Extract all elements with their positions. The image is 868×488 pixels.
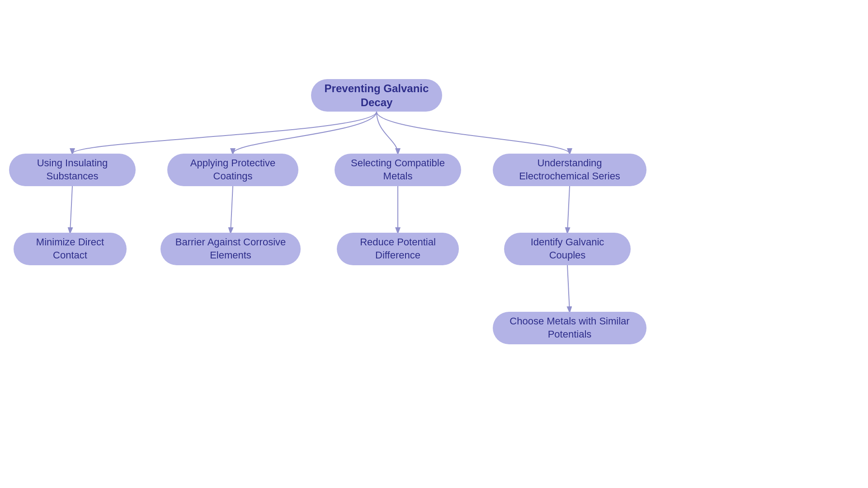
node-reduce-potential: Reduce Potential Difference	[337, 233, 459, 265]
node-choose-metals: Choose Metals with Similar Potentials	[493, 312, 646, 344]
node-understanding-electrochemical: Understanding Electrochemical Series	[493, 154, 646, 186]
node-applying-protective: Applying Protective Coatings	[167, 154, 298, 186]
svg-line-3	[567, 186, 570, 233]
node-selecting-compatible: Selecting Compatible Metals	[335, 154, 461, 186]
node-minimize-contact: Minimize Direct Contact	[14, 233, 127, 265]
svg-line-4	[567, 265, 570, 312]
node-barrier-corrosive: Barrier Against Corrosive Elements	[160, 233, 301, 265]
svg-line-0	[70, 186, 72, 233]
svg-line-1	[231, 186, 233, 233]
root-node: Preventing Galvanic Decay	[311, 79, 442, 112]
node-identify-galvanic: Identify Galvanic Couples	[504, 233, 631, 265]
node-using-insulating: Using Insulating Substances	[9, 154, 136, 186]
diagram: Preventing Galvanic Decay Using Insulati…	[0, 0, 868, 488]
